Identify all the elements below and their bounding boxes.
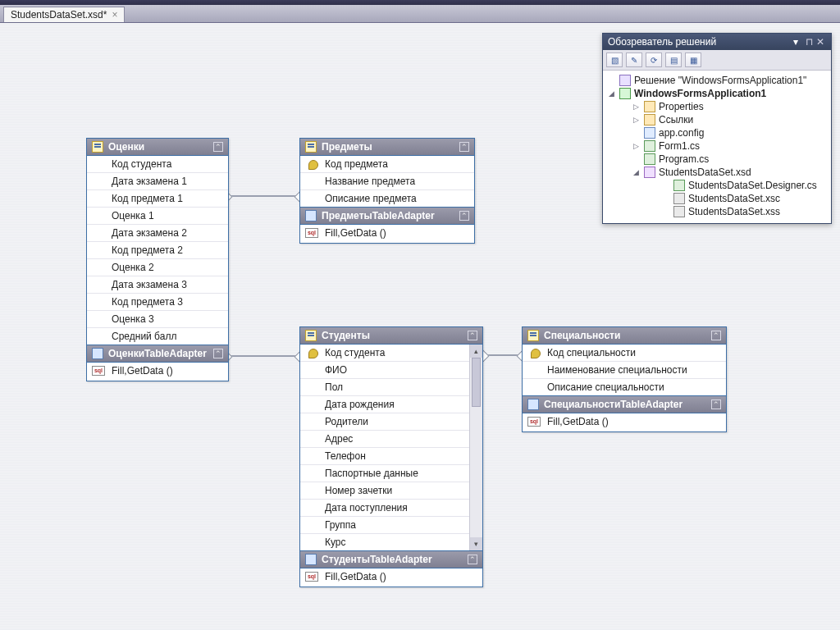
- adapter-header[interactable]: ПредметыTableAdapter ⌃: [300, 207, 474, 225]
- expand-icon[interactable]: ▷: [631, 116, 641, 124]
- field[interactable]: Телефон: [300, 447, 469, 464]
- field[interactable]: Код студента: [87, 156, 228, 172]
- field[interactable]: Номер зачетки: [300, 482, 469, 499]
- entity-predmety[interactable]: Предметы ⌃ Код предмета Название предмет…: [299, 138, 475, 244]
- scroll-thumb[interactable]: [472, 358, 481, 407]
- tree-node[interactable]: StudentsDataSet.Designer.cs: [605, 179, 829, 192]
- field[interactable]: Родители: [300, 413, 469, 430]
- entity-studenty[interactable]: Студенты ⌃ Код студента ФИО Пол Дата рож…: [299, 326, 483, 587]
- tree-node-label: WindowsFormsApplication1: [634, 88, 766, 99]
- field[interactable]: Оценка 3: [87, 310, 228, 327]
- entity-spec[interactable]: Специальности ⌃ Код специальности Наимен…: [522, 326, 727, 432]
- collapse-icon[interactable]: ⌃: [459, 211, 469, 221]
- table-icon: [527, 330, 539, 341]
- dropdown-icon[interactable]: ▾: [793, 36, 798, 48]
- fold-icon: [644, 114, 655, 126]
- adapter-header[interactable]: СтудентыTableAdapter ⌃: [300, 550, 482, 568]
- refresh-button[interactable]: ⟳: [646, 52, 662, 67]
- toolbar-button[interactable]: ▦: [685, 52, 701, 67]
- collapse-icon[interactable]: ⌃: [213, 349, 223, 358]
- panel-titlebar[interactable]: Обозреватель решений ▾ ⊓ ✕: [603, 34, 831, 50]
- sql-icon: sql: [305, 228, 318, 238]
- tree-node[interactable]: ▷Ссылки: [605, 113, 829, 126]
- field[interactable]: Адрес: [300, 430, 469, 447]
- document-tab[interactable]: StudentsDataSet.xsd* ×: [3, 7, 125, 22]
- adapter-header[interactable]: СпециальностиTableAdapter ⌃: [523, 395, 726, 413]
- entity-header[interactable]: Оценки ⌃: [87, 139, 228, 156]
- field[interactable]: Описание специальности: [523, 378, 726, 395]
- entity-header[interactable]: Предметы ⌃: [300, 139, 474, 156]
- adapter-method[interactable]: sql Fill,GetData (): [300, 568, 482, 587]
- field[interactable]: Дата экзамена 1: [87, 172, 228, 189]
- field[interactable]: ФИО: [300, 361, 469, 378]
- tree-node[interactable]: Program.cs: [605, 153, 829, 166]
- tree-node-label: StudentsDataSet.Designer.cs: [688, 180, 817, 191]
- adapter-method[interactable]: sql Fill,GetData (): [523, 413, 726, 431]
- relation-connector[interactable]: [226, 195, 301, 197]
- entity-title: Оценки: [108, 141, 208, 153]
- expand-icon[interactable]: ◢: [631, 168, 641, 176]
- field[interactable]: Оценка 2: [87, 258, 228, 276]
- field[interactable]: Описание предмета: [300, 189, 474, 207]
- field[interactable]: Средний балл: [87, 327, 228, 345]
- pin-icon[interactable]: ⊓: [803, 36, 815, 48]
- tree-node[interactable]: ◢WindowsFormsApplication1: [605, 87, 829, 100]
- expand-icon[interactable]: ▷: [631, 103, 641, 111]
- field[interactable]: Группа: [300, 516, 469, 533]
- toolbar-button[interactable]: ✎: [626, 52, 642, 67]
- toolbar-button[interactable]: ▧: [606, 52, 623, 67]
- field[interactable]: Паспортные данные: [300, 464, 469, 482]
- field[interactable]: Дата рождения: [300, 395, 469, 413]
- tree-node[interactable]: ◢StudentsDataSet.xsd: [605, 166, 829, 179]
- collapse-icon[interactable]: ⌃: [711, 331, 721, 340]
- adapter-header[interactable]: ОценкиTableAdapter ⌃: [87, 345, 228, 363]
- field[interactable]: Код студента: [300, 345, 469, 361]
- field[interactable]: Дата поступления: [300, 499, 469, 516]
- field[interactable]: Оценка 1: [87, 207, 228, 224]
- expand-icon[interactable]: ▷: [631, 142, 641, 150]
- field[interactable]: Код предмета 2: [87, 241, 228, 258]
- tree-node[interactable]: app.config: [605, 126, 829, 139]
- scrollbar[interactable]: ▴ ▾: [469, 345, 482, 550]
- field[interactable]: Дата экзамена 2: [87, 224, 228, 241]
- field[interactable]: Код предмета 3: [87, 293, 228, 310]
- adapter-method[interactable]: sql Fill,GetData (): [87, 363, 228, 381]
- field[interactable]: Пол: [300, 378, 469, 395]
- tree-node[interactable]: StudentsDataSet.xss: [605, 205, 829, 218]
- scroll-up-icon[interactable]: ▴: [470, 345, 482, 358]
- tree-node[interactable]: ▷Properties: [605, 100, 829, 113]
- adapter-title: СпециальностиTableAdapter: [544, 399, 706, 410]
- adapter-title: ПредметыTableAdapter: [322, 210, 454, 221]
- field[interactable]: Название предмета: [300, 172, 474, 189]
- entity-ocenki[interactable]: Оценки ⌃ Код студента Дата экзамена 1 Ко…: [86, 138, 229, 381]
- entity-header[interactable]: Студенты ⌃: [300, 327, 482, 345]
- field[interactable]: Код предмета: [300, 156, 474, 172]
- field[interactable]: Курс: [300, 533, 469, 550]
- close-icon[interactable]: ✕: [815, 36, 826, 48]
- entity-header[interactable]: Специальности ⌃: [523, 327, 726, 345]
- collapse-icon[interactable]: ⌃: [468, 331, 477, 340]
- field[interactable]: Наименование специальности: [523, 361, 726, 378]
- tree-node[interactable]: StudentsDataSet.xsc: [605, 192, 829, 205]
- scroll-down-icon[interactable]: ▾: [470, 537, 482, 550]
- adapter-method[interactable]: sql Fill,GetData (): [300, 225, 474, 243]
- solution-tree[interactable]: Решение "WindowsFormsApplication1"◢Windo…: [603, 71, 831, 223]
- field[interactable]: Дата экзамена 3: [87, 276, 228, 293]
- cfg-icon: [644, 127, 655, 139]
- collapse-icon[interactable]: ⌃: [711, 399, 721, 409]
- toolbar-button[interactable]: ▤: [665, 52, 682, 67]
- relation-connector[interactable]: [482, 354, 523, 356]
- collapse-icon[interactable]: ⌃: [213, 142, 223, 152]
- solution-explorer-panel[interactable]: Обозреватель решений ▾ ⊓ ✕ ▧ ✎ ⟳ ▤ ▦ Реш…: [602, 33, 832, 224]
- relation-connector[interactable]: [226, 355, 301, 357]
- sol-icon: [619, 75, 631, 86]
- expand-icon[interactable]: ◢: [606, 89, 616, 98]
- tree-node[interactable]: Решение "WindowsFormsApplication1": [605, 74, 829, 87]
- tree-node[interactable]: ▷Form1.cs: [605, 139, 829, 153]
- collapse-icon[interactable]: ⌃: [459, 142, 469, 152]
- close-icon[interactable]: ×: [112, 9, 117, 21]
- collapse-icon[interactable]: ⌃: [468, 555, 477, 564]
- field[interactable]: Код предмета 1: [87, 189, 228, 207]
- entity-fields: Код предмета Название предмета Описание …: [300, 156, 474, 207]
- field[interactable]: Код специальности: [523, 345, 726, 361]
